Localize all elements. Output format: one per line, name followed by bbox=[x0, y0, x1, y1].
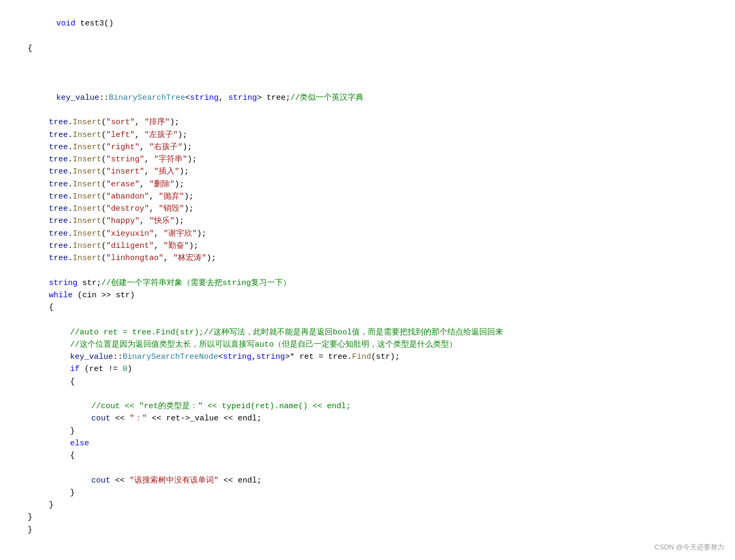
code-text: } bbox=[28, 425, 75, 437]
code-line: { bbox=[0, 301, 735, 314]
code-text: tree.Insert("string", "字符串"); bbox=[28, 153, 197, 166]
code-line: tree.Insert("xieyuxin", "谢宇欣"); bbox=[0, 228, 735, 240]
code-line: //这个位置是因为返回值类型太长，所以可以直接写auto（但是自己一定要心知肚明… bbox=[0, 339, 735, 351]
code-line: } bbox=[0, 499, 735, 511]
code-line: while (cin >> str) bbox=[0, 289, 735, 301]
code-line: } bbox=[0, 524, 735, 536]
code-text bbox=[28, 314, 32, 326]
code-text: } bbox=[28, 511, 32, 523]
code-line: //cout << "ret的类型是：" << typeid(ret).name… bbox=[0, 400, 735, 412]
code-line: cout << "：" << ret->_value << endl; bbox=[0, 412, 735, 425]
code-text: tree.Insert("sort", "排序"); bbox=[28, 116, 179, 128]
code-line bbox=[0, 264, 735, 277]
code-text bbox=[28, 462, 32, 474]
code-line: tree.Insert("right", "右孩子"); bbox=[0, 141, 735, 153]
code-text: { bbox=[28, 376, 75, 388]
code-line: if (ret != 0) bbox=[0, 363, 735, 375]
code-line bbox=[0, 462, 735, 474]
code-text: tree.Insert("linhongtao", "林宏涛"); bbox=[28, 252, 216, 264]
code-text: //auto ret = tree.Find(str);//这种写法，此时就不能… bbox=[28, 326, 503, 339]
code-line: tree.Insert("sort", "排序"); bbox=[0, 116, 735, 128]
code-line: tree.Insert("erase", "删除"); bbox=[0, 178, 735, 191]
code-line bbox=[0, 314, 735, 326]
code-line: } bbox=[0, 425, 735, 437]
code-line: tree.Insert("linhongtao", "林宏涛"); bbox=[0, 252, 735, 264]
code-text: tree.Insert("happy", "快乐"); bbox=[28, 215, 184, 227]
code-text: while (cin >> str) bbox=[28, 289, 135, 301]
code-text: tree.Insert("diligent", "勤奋"); bbox=[28, 240, 198, 252]
code-line: tree.Insert("diligent", "勤奋"); bbox=[0, 240, 735, 252]
code-line: { bbox=[0, 376, 735, 388]
code-line: else bbox=[0, 437, 735, 450]
code-text bbox=[28, 55, 32, 67]
code-text: else bbox=[28, 437, 89, 450]
code-line: tree.Insert("destroy", "销毁"); bbox=[0, 203, 735, 215]
code-line: key_value::BinarySearchTree<string, stri… bbox=[0, 67, 735, 116]
code-line: tree.Insert("insert", "插入"); bbox=[0, 166, 735, 178]
watermark: CSDN @今天还要努力 bbox=[654, 542, 724, 552]
code-text: } bbox=[28, 524, 32, 536]
code-text: } bbox=[28, 487, 75, 499]
code-text: { bbox=[28, 42, 32, 55]
code-line: { bbox=[0, 42, 735, 55]
code-line: string str;//创建一个字符串对象（需要去把string复习一下） bbox=[0, 277, 735, 289]
code-text: tree.Insert("right", "右孩子"); bbox=[28, 141, 192, 153]
code-text: } bbox=[28, 499, 54, 511]
code-text: key_value::BinarySearchTreeNode<string,s… bbox=[28, 351, 400, 363]
code-text: string str;//创建一个字符串对象（需要去把string复习一下） bbox=[28, 277, 291, 289]
code-line: tree.Insert("string", "字符串"); bbox=[0, 153, 735, 166]
code-text: tree.Insert("left", "左孩子"); bbox=[28, 129, 187, 141]
code-line: tree.Insert("abandon", "抛弃"); bbox=[0, 191, 735, 203]
code-line: void test3() bbox=[0, 5, 735, 42]
code-line: tree.Insert("happy", "快乐"); bbox=[0, 215, 735, 227]
code-text: if (ret != 0) bbox=[28, 363, 132, 375]
code-line: tree.Insert("left", "左孩子"); bbox=[0, 129, 735, 141]
code-text: //cout << "ret的类型是：" << typeid(ret).name… bbox=[28, 400, 351, 412]
code-line bbox=[0, 388, 735, 400]
code-line: //auto ret = tree.Find(str);//这种写法，此时就不能… bbox=[0, 326, 735, 339]
code-text: cout << "：" << ret->_value << endl; bbox=[28, 412, 262, 425]
code-line: { bbox=[0, 450, 735, 462]
code-line: } bbox=[0, 511, 735, 523]
code-text: { bbox=[28, 450, 75, 462]
code-text: { bbox=[28, 301, 54, 314]
code-line: } bbox=[0, 487, 735, 499]
code-text: tree.Insert("erase", "删除"); bbox=[28, 178, 184, 191]
code-line: cout << "该搜索树中没有该单词" << endl; bbox=[0, 475, 735, 487]
code-text: cout << "该搜索树中没有该单词" << endl; bbox=[28, 475, 262, 487]
code-container: void test3() { key_value::BinarySearchTr… bbox=[0, 0, 735, 560]
code-line: key_value::BinarySearchTreeNode<string,s… bbox=[0, 351, 735, 363]
code-text: //这个位置是因为返回值类型太长，所以可以直接写auto（但是自己一定要心知肚明… bbox=[28, 339, 457, 351]
code-text: key_value::BinarySearchTree<string, stri… bbox=[28, 67, 364, 116]
code-text: tree.Insert("insert", "插入"); bbox=[28, 166, 189, 178]
code-text: void test3() bbox=[28, 5, 114, 42]
code-text: tree.Insert("xieyuxin", "谢宇欣"); bbox=[28, 228, 206, 240]
code-text: tree.Insert("destroy", "销毁"); bbox=[28, 203, 194, 215]
code-line bbox=[0, 55, 735, 67]
code-text bbox=[28, 388, 32, 400]
code-text: tree.Insert("abandon", "抛弃"); bbox=[28, 191, 194, 203]
code-text bbox=[28, 264, 32, 277]
